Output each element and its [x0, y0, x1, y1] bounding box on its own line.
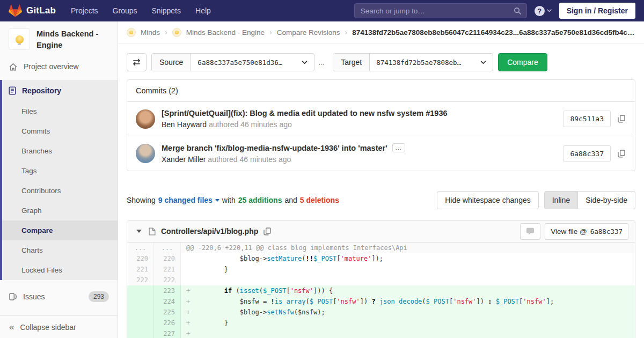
new-line-number[interactable]: 224 — [154, 296, 181, 307]
new-line-number[interactable]: ... — [154, 243, 181, 253]
diff-sign: + — [186, 307, 193, 318]
commit-author[interactable]: Ben Hayward — [162, 120, 207, 129]
file-path[interactable]: Controllers/api/v1/blog.php — [161, 227, 258, 236]
content-area: Source 6a88c337a5e750e81d36… ... Target … — [118, 43, 644, 338]
side-by-side-view-button[interactable]: Side-by-side — [578, 191, 635, 209]
nav-link-help[interactable]: Help — [195, 6, 211, 15]
old-line-number[interactable]: 221 — [127, 264, 154, 275]
breadcrumb-separator: › — [269, 28, 272, 36]
old-line-number[interactable] — [127, 296, 154, 307]
commit-main: [Sprint/QuietQuail](fix): Blog & media e… — [162, 109, 557, 129]
code-token: setNsfw — [267, 308, 294, 316]
commit-row: Merge branch 'fix/blog-media-nsfw-update… — [127, 136, 635, 171]
diff-line-227: 227+ — [127, 328, 635, 338]
sidebar-item-locked-files[interactable]: Locked Files — [2, 260, 118, 280]
old-line-number[interactable] — [127, 285, 154, 296]
source-label: Source — [152, 54, 191, 71]
old-line-number[interactable]: 220 — [127, 253, 154, 264]
old-line-number[interactable]: 222 — [127, 275, 154, 285]
commit-row: [Sprint/QuietQuail](fix): Blog & media e… — [127, 102, 635, 136]
code-token: [ — [286, 287, 290, 295]
diff-sign: + — [186, 296, 193, 307]
collapse-file-caret-icon[interactable] — [136, 230, 142, 233]
view-file-button[interactable]: View file @ 6a88c337 — [545, 223, 628, 240]
commit-description-toggle[interactable]: ... — [392, 143, 405, 152]
compare-button[interactable]: Compare — [498, 53, 547, 71]
project-header[interactable]: Minds Backend - Engine — [0, 21, 118, 56]
commit-sha[interactable]: 89c511a3 — [563, 111, 611, 127]
breadcrumb-item-compare-revisions[interactable]: Compare Revisions — [277, 28, 340, 36]
sidebar-item-branches[interactable]: Branches — [2, 141, 118, 161]
commit-title-text[interactable]: Merge branch 'fix/blog-media-nsfw-update… — [162, 144, 387, 152]
hide-whitespace-button[interactable]: Hide whitespace changes — [437, 191, 539, 209]
file-diff-box: Controllers/api/v1/blog.php View file @ … — [127, 220, 635, 338]
target-dropdown[interactable]: 874138fd72b5ae7808eb… — [370, 54, 493, 71]
sidebar-item-commits[interactable]: Commits — [2, 121, 118, 141]
commit-title[interactable]: [Sprint/QuietQuail](fix): Blog & media e… — [162, 109, 557, 117]
new-line-number[interactable]: 222 — [154, 275, 181, 285]
sidebar-item-charts[interactable]: Charts — [2, 240, 118, 260]
project-sidebar: Minds Backend - Engine Project overview … — [0, 21, 118, 338]
nav-link-snippets[interactable]: Snippets — [152, 6, 181, 15]
gitlab-logo[interactable]: GitLab — [9, 4, 56, 17]
sidebar-item-files[interactable]: Files — [2, 101, 118, 121]
commit-title[interactable]: Merge branch 'fix/blog-media-nsfw-update… — [162, 143, 557, 152]
changed-files-dropdown[interactable]: 9 changed files — [158, 196, 219, 204]
project-avatar — [9, 28, 30, 50]
new-line-number[interactable]: 221 — [154, 264, 181, 275]
sidebar-item-project-overview[interactable]: Project overview — [0, 56, 118, 77]
sign-in-button[interactable]: Sign in / Register — [559, 3, 635, 19]
collapse-sidebar-button[interactable]: « Collapse sidebar — [0, 315, 118, 338]
old-line-number[interactable]: ... — [127, 243, 154, 253]
diff-view-toggle: Inline Side-by-side — [544, 191, 635, 209]
breadcrumb-item-minds[interactable]: Minds — [141, 28, 160, 36]
inline-view-button[interactable]: Inline — [544, 191, 578, 209]
copy-file-path-button[interactable] — [262, 226, 272, 237]
lightbulb-icon — [175, 31, 179, 34]
new-line-number[interactable]: 223 — [154, 285, 181, 296]
breadcrumb-avatar — [172, 28, 181, 37]
sidebar-item-tags[interactable]: Tags — [2, 161, 118, 181]
code-token: $nsfw = — [193, 298, 271, 305]
target-label: Target — [333, 54, 370, 71]
swap-arrows-icon — [132, 58, 141, 66]
code-token: ( — [232, 287, 239, 295]
sidebar-item-graph[interactable]: Graph — [2, 201, 118, 221]
line-content: + } — [181, 318, 635, 328]
commit-title-text[interactable]: [Sprint/QuietQuail](fix): Blog & media e… — [162, 109, 448, 117]
nav-link-projects[interactable]: Projects — [71, 6, 98, 15]
new-line-number[interactable]: 225 — [154, 307, 181, 318]
sidebar-item-repository[interactable]: Repository — [2, 80, 118, 101]
new-line-number[interactable]: 227 — [154, 328, 181, 338]
commit-main: Merge branch 'fix/blog-media-nsfw-update… — [162, 143, 557, 164]
nav-link-groups[interactable]: Groups — [113, 6, 137, 15]
old-line-number[interactable] — [127, 307, 154, 318]
old-line-number[interactable] — [127, 328, 154, 338]
source-dropdown[interactable]: 6a88c337a5e750e81d36… — [191, 54, 314, 71]
view-file-hash: 6a88c337 — [590, 227, 623, 236]
sidebar-item-issues[interactable]: Issues 293 — [0, 286, 118, 307]
swap-revisions-button[interactable] — [127, 53, 147, 71]
copy-sha-button[interactable] — [617, 149, 626, 159]
comment-button[interactable] — [520, 223, 540, 240]
copy-icon — [264, 227, 271, 236]
search-input[interactable] — [355, 7, 526, 15]
project-name: Minds Backend - Engine — [36, 28, 109, 51]
breadcrumb-item-minds-backend-engine[interactable]: Minds Backend - Engine — [186, 28, 265, 36]
commit-sha[interactable]: 6a88c337 — [563, 145, 611, 162]
commit-author[interactable]: Xander Miller — [162, 155, 206, 164]
new-line-number[interactable]: 220 — [154, 253, 181, 264]
global-search[interactable] — [354, 3, 527, 18]
code-token: ! — [271, 298, 275, 305]
sidebar-item-compare[interactable]: Compare — [2, 221, 118, 240]
sidebar-item-contributors[interactable]: Contributors — [2, 181, 118, 201]
copy-sha-button[interactable] — [617, 114, 626, 124]
file-icon — [149, 227, 156, 236]
help-menu-button[interactable]: ? — [535, 6, 552, 16]
chevron-down-icon — [480, 61, 486, 64]
old-line-number[interactable] — [127, 318, 154, 328]
code-token: $_POST — [263, 287, 286, 295]
new-line-number[interactable]: 226 — [154, 318, 181, 328]
code-token: 'nsfw' — [523, 298, 546, 305]
code-token: ( — [259, 287, 263, 295]
